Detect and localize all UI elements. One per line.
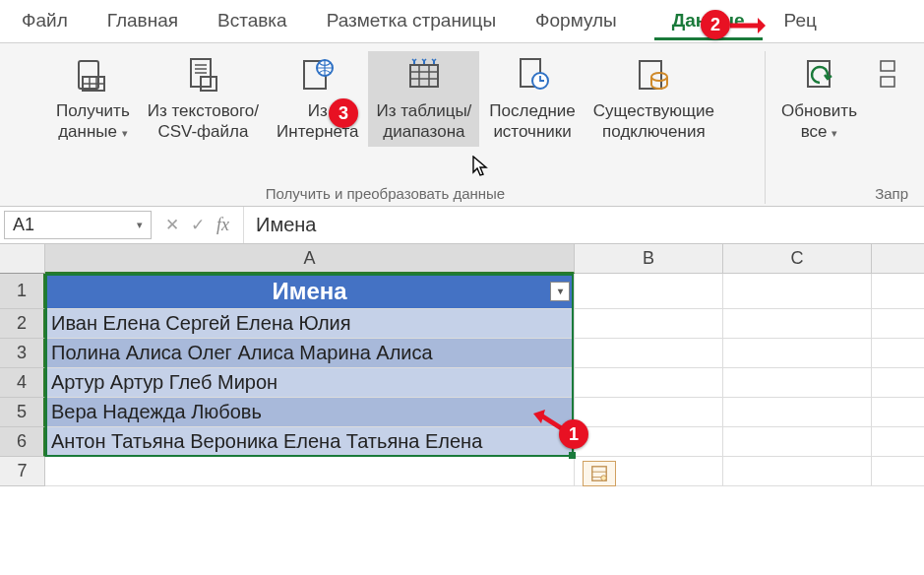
cell-empty[interactable]	[575, 309, 723, 339]
tab-layout[interactable]: Разметка страницы	[309, 2, 514, 40]
cell-empty[interactable]	[872, 368, 924, 398]
ribbon-btn-label: Из таблицы/ диапазона	[376, 100, 471, 143]
ribbon-btn-from-web[interactable]: Из Интернета	[269, 51, 366, 147]
quick-analysis-icon[interactable]	[583, 461, 616, 486]
fx-icon[interactable]: fx	[216, 215, 229, 235]
filter-dropdown-icon[interactable]: ▾	[550, 282, 570, 301]
callout-badge-3: 3	[329, 98, 358, 128]
svg-rect-12	[410, 65, 438, 87]
ribbon-btn-label: Обновить все ▾	[781, 100, 857, 143]
cell-empty[interactable]	[723, 457, 872, 486]
refresh-icon	[800, 55, 839, 95]
callout-badge-1: 1	[559, 419, 588, 449]
cell-empty[interactable]	[723, 368, 872, 398]
ribbon-btn-extra[interactable]	[867, 51, 910, 104]
table-row[interactable]: Иван Елена Сергей Елена Юлия	[45, 309, 575, 339]
col-header-c[interactable]: C	[723, 244, 872, 274]
worksheet[interactable]: A B C D 1 Имена ▾ 2 Иван Елена Сергей Ел…	[0, 244, 924, 486]
col-header-b[interactable]: B	[575, 244, 723, 274]
svg-point-20	[651, 73, 667, 81]
cell-empty[interactable]	[575, 368, 723, 398]
select-all-corner[interactable]	[0, 244, 45, 274]
globe-icon	[298, 55, 338, 95]
more-icon	[869, 55, 908, 95]
cell-empty[interactable]	[872, 274, 924, 309]
ribbon-group-queries: Обновить все ▾ Запр	[766, 51, 918, 204]
callout-arrow	[728, 14, 768, 37]
svg-point-27	[601, 476, 606, 480]
ribbon-btn-existing-connections[interactable]: Существующие подключения	[585, 51, 722, 147]
recent-icon	[513, 55, 552, 95]
ribbon-btn-recent-sources[interactable]: Последние источники	[481, 51, 583, 147]
name-box[interactable]: A1 ▾	[4, 211, 152, 239]
ribbon-group-get-transform: Получить данные ▾ Из текстового/ CSV-фай…	[6, 51, 766, 204]
cell-empty[interactable]	[575, 274, 723, 309]
cell-empty[interactable]	[723, 309, 872, 339]
database-icon	[73, 55, 112, 95]
callout-badge-2: 2	[701, 10, 730, 39]
ribbon-btn-label: Из текстового/ CSV-файла	[148, 100, 259, 143]
svg-rect-9	[201, 77, 216, 91]
svg-rect-22	[881, 61, 894, 71]
cell-empty[interactable]	[872, 457, 924, 486]
row-header[interactable]: 1	[0, 274, 45, 309]
ribbon: Получить данные ▾ Из текстового/ CSV-фай…	[0, 43, 924, 207]
ribbon-btn-refresh-all[interactable]: Обновить все ▾	[773, 51, 865, 147]
ribbon-btn-label: Получить данные ▾	[56, 100, 130, 143]
accept-icon[interactable]: ✓	[191, 215, 205, 235]
cell-empty[interactable]	[872, 427, 924, 457]
cell-empty[interactable]	[872, 398, 924, 427]
cell-empty[interactable]	[45, 457, 575, 486]
mouse-cursor-icon	[472, 156, 490, 182]
table-header-text: Имена	[272, 278, 346, 305]
ribbon-group-label: Получить и преобразовать данные	[14, 181, 757, 204]
cell-empty[interactable]	[575, 398, 723, 427]
name-box-value: A1	[13, 215, 34, 235]
cell-empty[interactable]	[723, 274, 872, 309]
tab-review[interactable]: Рец	[767, 2, 834, 40]
tab-formulas[interactable]: Формулы	[518, 2, 650, 40]
table-range-icon	[404, 55, 444, 95]
ribbon-group-label: Запр	[773, 181, 910, 204]
cell-empty[interactable]	[575, 427, 723, 457]
row-header[interactable]: 2	[0, 309, 45, 339]
cancel-icon[interactable]: ✕	[165, 215, 179, 235]
table-row[interactable]: Артур Артур Глеб Мирон	[45, 368, 575, 398]
col-header-d[interactable]: D	[872, 244, 924, 274]
formula-input[interactable]	[244, 207, 924, 243]
table-row[interactable]: Полина Алиса Олег Алиса Марина Алиса	[45, 339, 575, 368]
ribbon-btn-from-table[interactable]: Из таблицы/ диапазона	[368, 51, 479, 147]
ribbon-btn-from-csv[interactable]: Из текстового/ CSV-файла	[140, 51, 267, 147]
cell-empty[interactable]	[723, 427, 872, 457]
cell-empty[interactable]	[575, 339, 723, 368]
table-row[interactable]: Антон Татьяна Вероника Елена Татьяна Еле…	[45, 427, 575, 457]
ribbon-btn-label: Последние источники	[489, 100, 575, 143]
ribbon-btn-label: Существующие подключения	[593, 100, 714, 143]
formula-bar: A1 ▾ ✕ ✓ fx	[0, 207, 924, 244]
tab-file[interactable]: Файл	[4, 2, 86, 40]
menu-tabs: Файл Главная Вставка Разметка страницы Ф…	[0, 0, 924, 43]
cell-empty[interactable]	[723, 398, 872, 427]
cell-empty[interactable]	[872, 339, 924, 368]
row-header[interactable]: 3	[0, 339, 45, 368]
row-header[interactable]: 6	[0, 427, 45, 457]
row-header[interactable]: 5	[0, 398, 45, 427]
text-file-icon	[183, 55, 222, 95]
table-row[interactable]: Вера Надежда Любовь	[45, 398, 575, 427]
col-header-a[interactable]: A	[45, 244, 575, 274]
row-header[interactable]: 4	[0, 368, 45, 398]
formula-controls: ✕ ✓ fx	[152, 207, 244, 243]
cell-empty[interactable]	[872, 309, 924, 339]
svg-rect-23	[881, 77, 894, 87]
connections-icon	[634, 55, 673, 95]
ribbon-btn-get-data[interactable]: Получить данные ▾	[48, 51, 138, 147]
table-header-cell[interactable]: Имена ▾	[45, 274, 575, 309]
cell-empty[interactable]	[723, 339, 872, 368]
tab-home[interactable]: Главная	[90, 2, 196, 40]
tab-insert[interactable]: Вставка	[200, 2, 305, 40]
dropdown-icon[interactable]: ▾	[137, 219, 143, 231]
row-header[interactable]: 7	[0, 457, 45, 486]
